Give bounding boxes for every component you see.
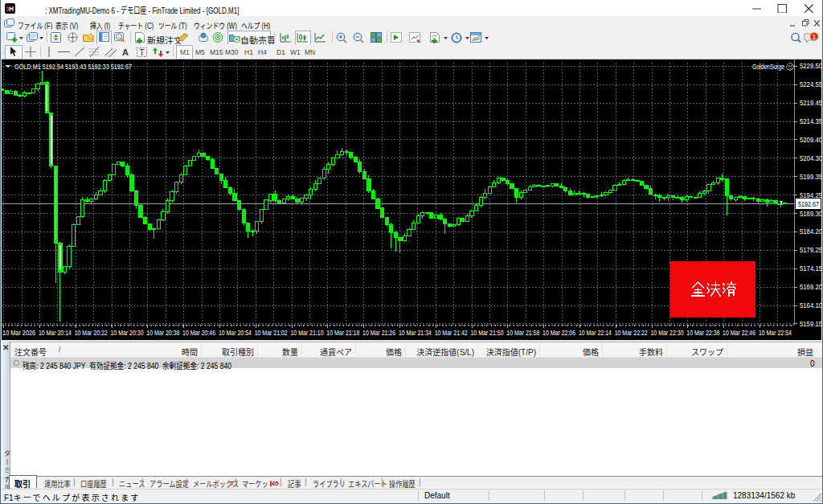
- svg-text:T: T: [139, 48, 144, 57]
- svg-text:10 Mar 21:34: 10 Mar 21:34: [399, 328, 432, 337]
- svg-text:5209.40: 5209.40: [800, 135, 821, 144]
- svg-text:10 Mar 21:58: 10 Mar 21:58: [506, 328, 539, 337]
- svg-text:GOLD,M1 5192.54 5193.43 5192.: GOLD,M1 5192.54 5193.43 5192.33 5192.67: [14, 62, 132, 71]
- svg-text:5179.25: 5179.25: [800, 245, 821, 254]
- svg-text:5159.15: 5159.15: [800, 319, 821, 328]
- svg-text:10 Mar 20:14: 10 Mar 20:14: [39, 328, 72, 337]
- svg-text:5174.15: 5174.15: [800, 264, 821, 272]
- svg-text:10 Mar 20:22: 10 Mar 20:22: [75, 328, 108, 337]
- svg-text:10 Mar 21:18: 10 Mar 21:18: [326, 328, 359, 337]
- svg-text:10 Mar 20:54: 10 Mar 20:54: [219, 328, 252, 337]
- svg-text:5164.10: 5164.10: [800, 301, 821, 309]
- svg-text:5189.30: 5189.30: [800, 209, 821, 218]
- svg-text:5229.50: 5229.50: [800, 61, 821, 70]
- svg-text:10 Mar 22:38: 10 Mar 22:38: [686, 328, 719, 337]
- svg-text:10 Mar 21:42: 10 Mar 21:42: [435, 328, 468, 337]
- svg-text:10 Mar 22:06: 10 Mar 22:06: [543, 328, 575, 337]
- svg-text:GoldenSurge: GoldenSurge: [752, 62, 784, 71]
- svg-text:5169.20: 5169.20: [800, 282, 821, 291]
- svg-text:10 Mar 20:38: 10 Mar 20:38: [146, 328, 179, 337]
- svg-text:10 Mar 20:30: 10 Mar 20:30: [111, 328, 144, 337]
- svg-text:5192.67: 5192.67: [798, 199, 819, 208]
- svg-text:5194.25: 5194.25: [800, 191, 821, 199]
- svg-text:10 Mar 20:46: 10 Mar 20:46: [182, 328, 215, 337]
- svg-text:10 Mar 2026: 10 Mar 2026: [2, 328, 35, 337]
- svg-text:5204.30: 5204.30: [800, 154, 821, 162]
- svg-text:10 Mar 22:14: 10 Mar 22:14: [579, 328, 612, 337]
- svg-text:1: 1: [813, 33, 817, 41]
- svg-text:10 Mar 21:02: 10 Mar 21:02: [255, 328, 288, 337]
- svg-text:10 Mar 21:50: 10 Mar 21:50: [471, 328, 504, 337]
- svg-text:10 Mar 22:30: 10 Mar 22:30: [651, 328, 684, 337]
- svg-text:5214.35: 5214.35: [800, 117, 821, 125]
- svg-text:5199.35: 5199.35: [800, 172, 821, 181]
- svg-text:10 Mar 22:22: 10 Mar 22:22: [615, 328, 648, 337]
- svg-text:5224.55: 5224.55: [800, 80, 821, 88]
- svg-text:5219.45: 5219.45: [800, 98, 821, 107]
- svg-text:10 Mar 21:26: 10 Mar 21:26: [362, 328, 395, 337]
- svg-text:10 Mar 22:46: 10 Mar 22:46: [723, 328, 755, 337]
- svg-text:10 Mar 22:54: 10 Mar 22:54: [759, 328, 792, 337]
- svg-text:10 Mar 21:10: 10 Mar 21:10: [291, 328, 324, 337]
- svg-text:5184.20: 5184.20: [800, 227, 821, 236]
